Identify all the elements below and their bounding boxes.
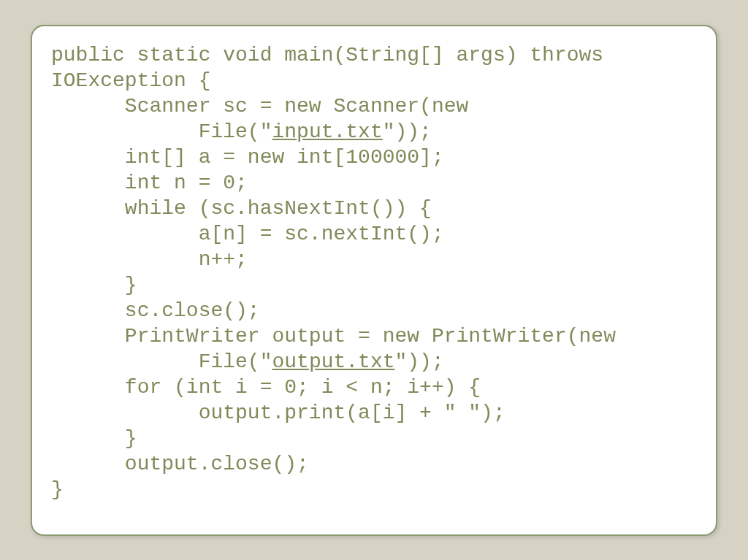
code-line: for (int i = 0; i < n; i++) {: [51, 376, 481, 399]
code-line: File(": [51, 120, 272, 143]
code-line: int[] a = new int[100000];: [51, 146, 444, 169]
input-file-link[interactable]: input.txt: [272, 120, 382, 143]
code-line: }: [51, 427, 137, 450]
code-line: File(": [51, 350, 272, 373]
code-line: IOException {: [51, 69, 210, 92]
code-line: while (sc.hasNextInt()) {: [51, 197, 432, 220]
slide-card: public static void main(String[] args) t…: [31, 25, 717, 536]
code-line: output.print(a[i] + " ");: [51, 402, 505, 424]
code-line: int n = 0;: [51, 172, 248, 194]
code-line: a[n] = sc.nextInt();: [51, 223, 444, 245]
output-file-link[interactable]: output.txt: [272, 350, 394, 373]
code-line: }: [51, 478, 64, 501]
code-line: Scanner sc = new Scanner(new: [51, 95, 468, 118]
code-block: public static void main(String[] args) t…: [51, 42, 697, 502]
code-line: public static void main(String[] args) t…: [51, 44, 603, 66]
code-line: "));: [395, 350, 444, 373]
code-line: PrintWriter output = new PrintWriter(new: [51, 325, 616, 348]
code-line: sc.close();: [51, 299, 260, 322]
code-line: output.close();: [51, 453, 309, 475]
code-line: "));: [383, 120, 432, 143]
code-line: }: [51, 274, 137, 296]
code-line: n++;: [51, 248, 248, 271]
